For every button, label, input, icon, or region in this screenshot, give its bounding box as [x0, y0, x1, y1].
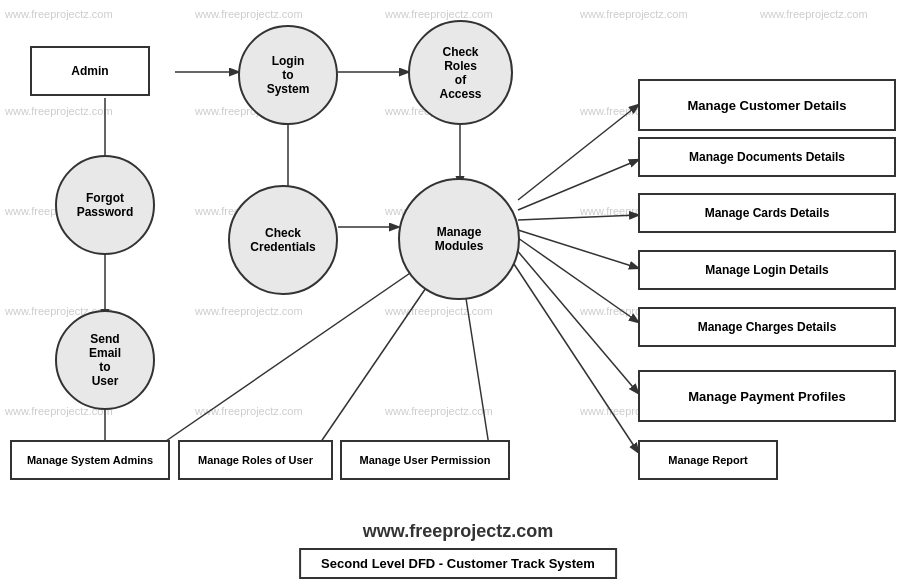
check-roles-label: Check Roles of Access — [439, 45, 481, 101]
manage-customer-details-node: Manage Customer Details — [638, 79, 896, 131]
check-credentials-node: Check Credentials — [228, 185, 338, 295]
diagram-container: www.freeprojectz.com www.freeprojectz.co… — [0, 0, 916, 587]
svg-line-12 — [515, 248, 638, 393]
manage-charges-details-node: Manage Charges Details — [638, 307, 896, 347]
caption-box: Second Level DFD - Customer Track System — [299, 548, 617, 579]
admin-node: Admin — [30, 46, 150, 96]
manage-login-details-node: Manage Login Details — [638, 250, 896, 290]
manage-cards-details-label: Manage Cards Details — [705, 206, 830, 220]
manage-user-permission-label: Manage User Permission — [360, 454, 491, 466]
svg-line-11 — [518, 238, 638, 322]
manage-roles-node: Manage Roles of User — [178, 440, 333, 480]
manage-roles-label: Manage Roles of User — [198, 454, 313, 466]
manage-user-permission-node: Manage User Permission — [340, 440, 510, 480]
manage-system-admins-node: Manage System Admins — [10, 440, 170, 480]
login-node: Login to System — [238, 25, 338, 125]
manage-system-admins-label: Manage System Admins — [27, 454, 153, 466]
forgot-password-node: Forgot Password — [55, 155, 155, 255]
manage-payment-profiles-node: Manage Payment Profiles — [638, 370, 896, 422]
bottom-bar: www.freeprojectz.com Second Level DFD - … — [299, 521, 617, 579]
manage-documents-details-label: Manage Documents Details — [689, 150, 845, 164]
login-label: Login to System — [267, 54, 310, 96]
manage-documents-details-node: Manage Documents Details — [638, 137, 896, 177]
manage-cards-details-node: Manage Cards Details — [638, 193, 896, 233]
send-email-node: Send Email to User — [55, 310, 155, 410]
send-email-label: Send Email to User — [89, 332, 121, 388]
manage-report-node: Manage Report — [638, 440, 778, 480]
manage-modules-node: Manage Modules — [398, 178, 520, 300]
manage-login-details-label: Manage Login Details — [705, 263, 828, 277]
manage-customer-details-label: Manage Customer Details — [688, 98, 847, 113]
manage-payment-profiles-label: Manage Payment Profiles — [688, 389, 846, 404]
svg-line-13 — [510, 258, 638, 452]
svg-line-9 — [518, 215, 638, 220]
svg-line-10 — [518, 230, 638, 268]
forgot-password-label: Forgot Password — [77, 191, 134, 219]
check-roles-node: Check Roles of Access — [408, 20, 513, 125]
check-credentials-label: Check Credentials — [250, 226, 315, 254]
manage-charges-details-label: Manage Charges Details — [698, 320, 837, 334]
website-text: www.freeprojectz.com — [299, 521, 617, 542]
admin-label: Admin — [71, 64, 108, 78]
manage-report-label: Manage Report — [668, 454, 747, 466]
manage-modules-label: Manage Modules — [435, 225, 484, 253]
